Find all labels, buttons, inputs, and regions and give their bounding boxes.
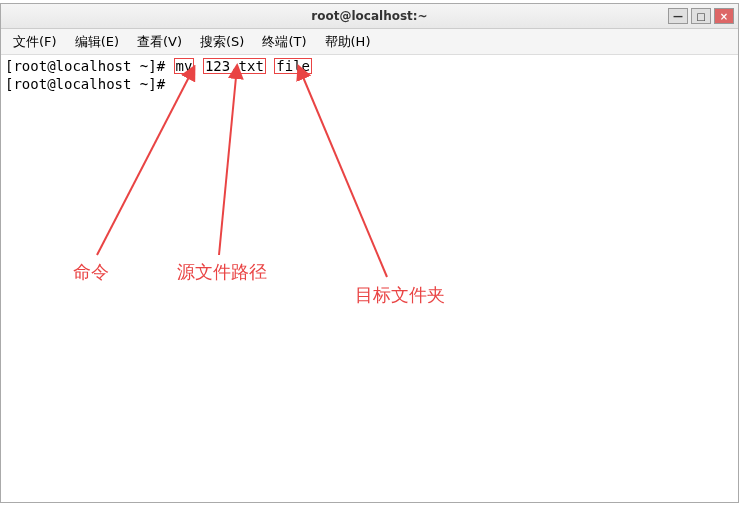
- menu-file[interactable]: 文件(F): [7, 31, 63, 53]
- maximize-button[interactable]: □: [691, 8, 711, 24]
- source-token: 123.txt: [203, 58, 266, 74]
- close-button[interactable]: ×: [714, 8, 734, 24]
- menu-terminal[interactable]: 终端(T): [256, 31, 312, 53]
- menu-search[interactable]: 搜索(S): [194, 31, 250, 53]
- menu-view[interactable]: 查看(V): [131, 31, 188, 53]
- terminal-area[interactable]: [root@localhost ~]# mv 123.txt file [roo…: [1, 55, 738, 502]
- prompt-line2: [root@localhost ~]#: [5, 76, 174, 92]
- dest-token: file: [274, 58, 312, 74]
- menubar: 文件(F) 编辑(E) 查看(V) 搜索(S) 终端(T) 帮助(H): [1, 29, 738, 55]
- window-controls: — □ ×: [668, 8, 734, 24]
- titlebar[interactable]: root@localhost:~ — □ ×: [1, 4, 738, 29]
- menu-edit[interactable]: 编辑(E): [69, 31, 125, 53]
- menu-help[interactable]: 帮助(H): [319, 31, 377, 53]
- terminal-window: root@localhost:~ — □ × 文件(F) 编辑(E) 查看(V)…: [0, 3, 739, 503]
- prompt-line1: [root@localhost ~]#: [5, 58, 174, 74]
- command-token: mv: [174, 58, 195, 74]
- window-title: root@localhost:~: [311, 9, 427, 23]
- minimize-button[interactable]: —: [668, 8, 688, 24]
